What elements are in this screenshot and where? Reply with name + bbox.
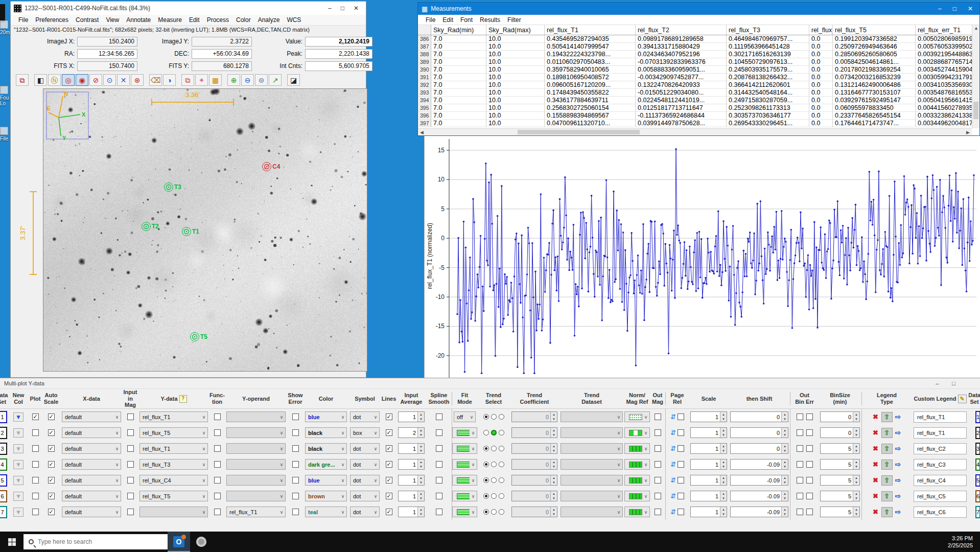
scroll-left-arrow[interactable]: ◀ xyxy=(418,130,426,135)
show-error-checkbox[interactable] xyxy=(292,509,299,515)
scale-spinner[interactable]: 1▲▼ xyxy=(690,411,727,422)
color-select[interactable]: brown∨ xyxy=(305,491,347,501)
zoom-out-icon[interactable]: ⊜ xyxy=(255,74,268,86)
symbol-select[interactable]: dot∨ xyxy=(350,411,380,422)
invert-lut-icon[interactable]: ◪ xyxy=(287,74,300,86)
custom-legend-field[interactable]: rel_flux_T1 xyxy=(914,411,967,423)
column-header-rel_flux_t2[interactable]: rel_flux_T2 xyxy=(636,25,727,35)
field-value-fitsy[interactable]: 680.1278 xyxy=(192,61,252,71)
function-checkbox[interactable] xyxy=(214,429,221,436)
input-average-spinner[interactable]: 1▲▼ xyxy=(398,443,425,454)
out-checkbox[interactable] xyxy=(797,429,803,436)
out-checkbox[interactable] xyxy=(797,477,803,484)
trend-select-radio[interactable] xyxy=(483,462,489,467)
lines-checkbox[interactable]: ✓ xyxy=(386,509,392,515)
minimize-button[interactable]: – xyxy=(938,5,942,12)
page-rel-icon[interactable]: ⇵ xyxy=(670,429,676,436)
scroll-up-arrow[interactable]: ▲ xyxy=(972,26,979,31)
plot-checkbox[interactable] xyxy=(32,509,39,515)
auto-scale-checkbox[interactable]: ✓ xyxy=(48,445,55,452)
remove-legend-icon[interactable]: ✖ xyxy=(870,459,881,470)
lines-checkbox[interactable]: ✓ xyxy=(386,493,392,499)
color-select[interactable]: blue∨ xyxy=(305,475,347,486)
auto-scale-checkbox[interactable]: ✓ xyxy=(48,429,55,436)
plot-canvas[interactable]: 151050-5-10-15-20rel_flux_T1 (normalized… xyxy=(425,136,980,378)
menu-file[interactable]: File xyxy=(422,16,439,24)
measurements-titlebar[interactable]: ▦ Measurements – □ ✕ xyxy=(418,3,979,15)
bin-size-spinner[interactable]: 0▲▼ xyxy=(820,411,860,422)
page-rel-checkbox[interactable] xyxy=(678,413,684,420)
color-select[interactable]: blue∨ xyxy=(305,411,347,422)
desktop-icon-fragment[interactable]: Fou Lo xyxy=(0,86,10,106)
custom-legend-field[interactable]: rel_flux_C6 xyxy=(914,507,967,518)
field-value-imagejy[interactable]: 2.3722 xyxy=(192,37,252,47)
norm-mag-ref-select[interactable]: ∨ xyxy=(624,475,650,486)
norm-mag-ref-select[interactable]: ∨ xyxy=(624,507,650,517)
scale-spinner[interactable]: 1▲▼ xyxy=(690,459,727,470)
legend-right-icon[interactable]: ⇨ xyxy=(893,412,904,422)
fit-mode-select[interactable]: ∨ xyxy=(452,427,477,438)
spline-smooth-checkbox[interactable] xyxy=(436,477,442,484)
new-column-button[interactable]: ▼ xyxy=(13,428,24,438)
custom-legend-field[interactable]: rel_flux_C4 xyxy=(914,475,967,486)
bin-size-spinner[interactable]: 5▲▼ xyxy=(820,507,860,517)
table-row[interactable]: 3887.010.00.194322224323798...0.02434634… xyxy=(418,51,979,58)
remove-legend-icon[interactable]: ✖ xyxy=(870,475,881,486)
taskbar-app-outlook[interactable]: O xyxy=(168,532,190,552)
fit-mode-select[interactable]: ∨ xyxy=(452,443,477,454)
symbol-select[interactable]: dot∨ xyxy=(350,491,380,501)
trend-select-radio[interactable] xyxy=(491,477,497,483)
custom-legend-field[interactable]: rel_flux_C5 xyxy=(914,491,967,502)
page-rel-icon[interactable]: ⇵ xyxy=(670,476,676,484)
out-checkbox[interactable] xyxy=(797,461,803,468)
input-average-spinner[interactable]: 1▲▼ xyxy=(398,491,425,501)
y-data-select[interactable]: ∨ xyxy=(139,507,208,517)
spline-smooth-checkbox[interactable] xyxy=(436,493,442,499)
page-rel-checkbox[interactable] xyxy=(678,445,684,452)
lines-checkbox[interactable]: ✓ xyxy=(386,429,392,436)
trend-select-radio[interactable] xyxy=(491,430,497,435)
column-header-sky_rad(max)[interactable]: Sky_Rad(max) xyxy=(486,25,545,35)
y-operand-select[interactable]: ∨ xyxy=(226,427,286,438)
symbol-select[interactable]: dot∨ xyxy=(350,507,380,517)
table-row[interactable]: 3967.010.00.1558898394869567-0.111373659… xyxy=(418,112,979,120)
show-error-checkbox[interactable] xyxy=(292,445,299,452)
bin-err-checkbox[interactable] xyxy=(806,413,813,420)
vertical-scrollbar[interactable]: ▲ xyxy=(972,25,979,128)
y-data-select[interactable]: rel_flux_T5∨ xyxy=(139,491,208,501)
remove-legend-icon[interactable]: ✖ xyxy=(870,507,881,517)
input-average-spinner[interactable]: 1▲▼ xyxy=(398,475,425,486)
trend-coefficient-spinner[interactable]: 0▲▼ xyxy=(511,411,557,422)
y-operand-select[interactable]: ∨ xyxy=(226,475,286,486)
bin-size-spinner[interactable]: 5▲▼ xyxy=(820,443,860,454)
plot-checkbox[interactable] xyxy=(32,477,39,484)
legend-right-icon[interactable]: ⇨ xyxy=(893,444,904,454)
field-value-intcnts[interactable]: 5,600.9705 xyxy=(305,61,372,71)
new-column-button[interactable]: ▼ xyxy=(13,460,24,469)
function-checkbox[interactable] xyxy=(214,477,221,484)
input-average-spinner[interactable]: 1▲▼ xyxy=(398,507,425,517)
page-rel-checkbox[interactable] xyxy=(678,477,684,484)
bin-size-spinner[interactable]: 0▲▼ xyxy=(820,427,860,438)
table-row[interactable]: 3927.010.00.096005167120209...0.13224708… xyxy=(418,81,979,89)
out-checkbox[interactable] xyxy=(797,509,803,515)
table-row[interactable]: 3947.010.00.34361778846397110.0224548112… xyxy=(418,97,979,104)
column-header-rel_flux_t5[interactable]: rel_flux_T5 xyxy=(833,25,916,35)
bin-err-checkbox[interactable] xyxy=(806,445,813,452)
plot-checkbox[interactable]: ✓ xyxy=(32,413,39,420)
set-aperture-icon[interactable]: ⊙ xyxy=(103,74,116,86)
new-column-button[interactable]: ▼ xyxy=(13,412,24,422)
menu-annotate[interactable]: Annotate xyxy=(123,15,154,25)
table-row[interactable]: 3877.010.00.50541414079995470.3941331715… xyxy=(418,43,979,51)
remove-legend-icon[interactable]: ✖ xyxy=(870,444,881,454)
aperture-t3[interactable]: T3 xyxy=(165,183,182,192)
y-data-select[interactable]: rel_flux_C4∨ xyxy=(139,475,208,486)
color-select[interactable]: dark gre...∨ xyxy=(305,459,347,470)
legend-right-icon[interactable]: ⇨ xyxy=(893,475,904,486)
page-rel-icon[interactable]: ⇵ xyxy=(670,492,676,500)
delete-overlay-icon[interactable]: ⊛ xyxy=(131,74,144,86)
table-row[interactable]: 3957.010.00.25683027250601540.0125181771… xyxy=(418,104,979,112)
out-mag-checkbox[interactable] xyxy=(655,493,661,499)
zoom-in-icon[interactable]: ⊕ xyxy=(227,74,240,86)
custom-legend-field[interactable]: rel_flux_C3 xyxy=(914,459,967,470)
